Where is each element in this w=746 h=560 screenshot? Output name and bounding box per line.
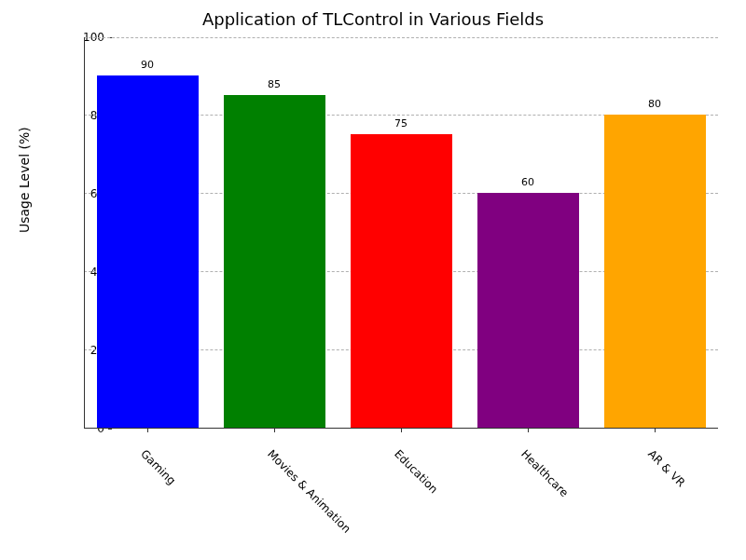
y-axis-label: Usage Level (%) — [17, 127, 32, 233]
xtick-mark-2 — [401, 429, 402, 432]
xtick-mark-0 — [147, 429, 148, 432]
chart-title: Application of TLControl in Various Fiel… — [0, 9, 746, 29]
xtick-label-3: Healthcare — [518, 447, 571, 499]
bar-education: 75 — [351, 134, 452, 428]
xtick-label-2: Education — [392, 447, 440, 496]
xtick-mark-1 — [274, 429, 275, 432]
spine-left — [84, 37, 85, 429]
xtick-mark-3 — [528, 429, 529, 432]
bar-ar-vr: 80 — [604, 115, 706, 428]
bar-label-education: 75 — [351, 117, 452, 130]
bar-label-gaming: 90 — [97, 59, 199, 71]
bar-label-ar-vr: 80 — [604, 98, 706, 110]
bar-label-movies-animation: 85 — [224, 78, 325, 90]
xtick-label-4: AR & VR — [645, 447, 687, 489]
xtick-label-1: Movies & Animation — [265, 447, 353, 536]
plot-area: 90 85 75 60 80 Gaming Movies & Animation… — [84, 37, 718, 429]
chart-figure: Application of TLControl in Various Fiel… — [0, 0, 746, 560]
bar-movies-animation: 85 — [224, 95, 325, 428]
grid-y-100 — [84, 37, 718, 38]
bar-healthcare: 60 — [477, 193, 579, 428]
xtick-mark-4 — [655, 429, 656, 432]
xtick-label-0: Gaming — [138, 447, 178, 487]
bar-gaming: 90 — [97, 75, 199, 428]
bar-label-healthcare: 60 — [477, 176, 579, 188]
